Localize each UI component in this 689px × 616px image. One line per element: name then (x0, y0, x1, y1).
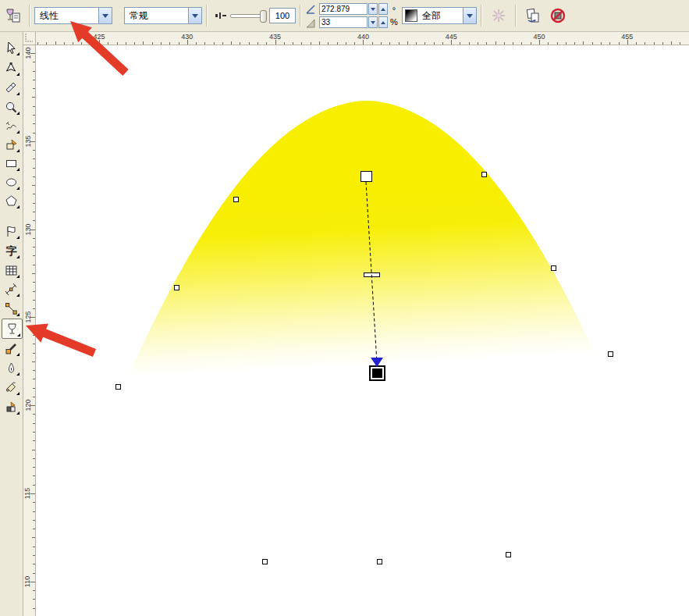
starting-transparency-slider[interactable] (215, 11, 266, 20)
flyout-indicator (16, 205, 20, 208)
ruler-label: 440 (357, 33, 369, 41)
transparency-type-dropdown[interactable]: 线性 (34, 7, 112, 24)
flyout-indicator (16, 353, 20, 356)
ruler-tick (91, 42, 91, 45)
outline-pen-tool[interactable] (2, 358, 21, 377)
ruler-label: 115 (23, 488, 31, 499)
ruler-tick (204, 42, 205, 45)
flyout-indicator (16, 313, 20, 316)
ruler-tick (169, 42, 170, 45)
eyedropper-tool[interactable] (2, 339, 21, 358)
ruler-tick (495, 41, 496, 45)
ruler-tick (33, 467, 35, 468)
freehand-tool[interactable] (2, 116, 21, 135)
chevron-down-icon[interactable] (98, 8, 112, 23)
starting-transparency-input[interactable] (269, 8, 296, 23)
interactive-fill-tool[interactable] (2, 397, 21, 416)
ruler-tick (33, 353, 35, 354)
transparency-target-dropdown[interactable]: 全部 (402, 7, 477, 24)
no-transparency-icon[interactable] (547, 5, 569, 27)
ruler-label: 110 (23, 576, 31, 587)
toolbox: 字 (0, 32, 23, 616)
crop-tool[interactable] (2, 78, 21, 97)
ruler-tick (33, 520, 35, 521)
ruler-tick (33, 335, 35, 336)
ruler-tick (33, 370, 35, 371)
spin-up-button[interactable] (378, 3, 388, 15)
spin-down-button[interactable] (368, 3, 378, 15)
ruler-tick (33, 203, 35, 204)
transparency-tool[interactable] (2, 319, 23, 339)
ruler-tick (33, 291, 35, 292)
separator (206, 5, 208, 27)
ruler-tick (249, 42, 250, 45)
ruler-tick (33, 150, 35, 151)
text-tool[interactable]: 字 (2, 241, 21, 260)
shape-tool[interactable] (2, 59, 21, 77)
zoom-tool[interactable] (2, 98, 21, 116)
ruler-tick (33, 502, 35, 503)
ruler-tick (33, 194, 35, 194)
flyout-indicator (16, 130, 20, 134)
ruler-label: 455 (621, 33, 633, 41)
ruler-tick (680, 42, 680, 45)
ruler-label: 125 (24, 312, 32, 323)
rectangle-tool[interactable] (2, 154, 21, 173)
spin-down-button[interactable] (368, 16, 378, 28)
flyout-indicator (16, 92, 20, 95)
ruler-tick (504, 42, 505, 45)
basic-shapes-tool[interactable] (2, 222, 21, 240)
slider-track[interactable] (230, 14, 266, 18)
horizontal-ruler[interactable]: 425430435440445450455 (36, 32, 689, 45)
edge-pad-input[interactable] (319, 16, 368, 28)
chevron-down-icon[interactable] (463, 8, 476, 23)
pick-tool[interactable] (2, 38, 21, 57)
flyout-indicator (16, 73, 20, 76)
ellipse-tool[interactable] (2, 173, 21, 191)
ruler-tick (33, 423, 35, 424)
degree-unit-label: ° (389, 5, 399, 15)
ruler-tick (33, 573, 35, 574)
fill-tool[interactable] (2, 378, 21, 397)
smart-fill-tool[interactable] (2, 135, 21, 154)
ruler-tick (33, 115, 35, 116)
ruler-tick (46, 42, 47, 45)
ruler-origin[interactable] (23, 32, 36, 45)
ruler-label: 120 (24, 400, 32, 411)
spin-up-button[interactable] (378, 16, 388, 28)
ruler-tick (33, 88, 35, 89)
connector-tool[interactable] (2, 299, 21, 318)
ruler-tick (389, 42, 390, 45)
ruler-tick (33, 62, 35, 62)
ruler-tick (645, 42, 645, 45)
ruler-tick (214, 42, 215, 45)
slider-thumb[interactable] (260, 10, 267, 23)
ruler-tick (671, 41, 672, 45)
dimension-tool[interactable] (2, 280, 21, 298)
ruler-tick (33, 168, 35, 169)
polygon-tool[interactable] (2, 191, 21, 210)
transparency-operation-dropdown[interactable]: 常规 (124, 7, 202, 24)
selected-shape[interactable] (43, 101, 689, 586)
ruler-tick (33, 485, 35, 486)
ruler-tick (33, 238, 35, 239)
transparency-properties-icon[interactable] (2, 5, 23, 27)
separator (481, 5, 482, 27)
flyout-indicator (16, 168, 20, 171)
ruler-tick (407, 41, 408, 45)
freeze-transparency-icon[interactable] (488, 5, 510, 27)
ruler-tick (33, 308, 35, 309)
ruler-label: 140 (24, 47, 32, 59)
ruler-tick (32, 97, 35, 98)
ruler-tick (548, 42, 549, 45)
vertical-ruler[interactable]: 140135130125120115110 (23, 45, 36, 616)
table-tool[interactable] (2, 261, 21, 280)
chevron-down-icon[interactable] (188, 8, 201, 23)
ruler-tick (33, 388, 35, 389)
copy-transparency-icon[interactable] (522, 5, 544, 27)
ruler-tick (346, 42, 346, 45)
angle-input[interactable] (319, 3, 368, 15)
ruler-tick (33, 158, 35, 159)
ruler-tick (152, 42, 153, 45)
ruler-tick (531, 42, 531, 45)
